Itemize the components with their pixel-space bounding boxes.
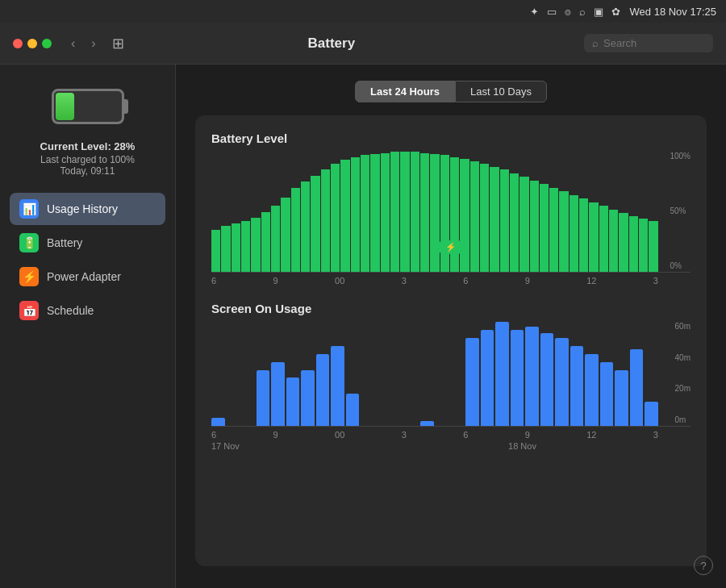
battery-bar (321, 169, 330, 272)
battery-level-chart: 100% 50% 0% ⚡ (211, 152, 691, 273)
battery-time: Today, 09:11 (40, 165, 136, 177)
sidebar: Current Level: 28% Last charged to 100% … (0, 65, 176, 588)
battery-bar (649, 221, 657, 272)
battery-info: Current Level: 28% Last charged to 100% … (40, 140, 136, 177)
battery-bar (460, 159, 469, 272)
battery-bar (470, 161, 479, 272)
battery-bar (211, 230, 220, 272)
usage-bar (301, 370, 315, 426)
battery-icon-menu[interactable]: ▭ (547, 6, 557, 18)
usage-bar (346, 394, 360, 426)
screen-usage-section: Screen On Usage 60m 40m 20m 0m 6 9 00 3 (211, 302, 691, 451)
search-box[interactable]: ⌕ (584, 34, 713, 52)
usage-bar (525, 327, 539, 426)
battery-bar (609, 210, 618, 272)
battery-bar (570, 195, 578, 272)
battery-bar (579, 198, 588, 272)
battery-bar (540, 184, 549, 272)
main-layout: Current Level: 28% Last charged to 100% … (0, 65, 726, 588)
sidebar-item-usage-history[interactable]: 📊 Usage History (10, 193, 165, 225)
grid-icon[interactable]: ⊞ (112, 35, 124, 52)
battery-bar (361, 155, 369, 272)
forward-button[interactable]: › (88, 35, 98, 52)
battery-bar (390, 152, 399, 272)
usage-bar (585, 354, 599, 426)
usage-bar (331, 346, 344, 426)
battery-bar (599, 206, 608, 272)
usage-bar (511, 330, 524, 426)
battery-last-charged: Last charged to 100% (40, 154, 136, 165)
battery-bar (381, 153, 390, 273)
usage-bar (316, 354, 330, 426)
usage-bar (570, 346, 584, 426)
sidebar-item-battery[interactable]: 🔋 Battery (10, 227, 165, 259)
dropbox-icon[interactable]: ✦ (530, 6, 539, 18)
siri-icon[interactable]: ✿ (611, 6, 620, 18)
battery-bar (430, 154, 439, 272)
sidebar-label-usage-history: Usage History (47, 202, 118, 215)
usage-bar (286, 377, 300, 426)
usage-bar (420, 421, 434, 426)
usage-bar (645, 402, 658, 426)
battery-bar (589, 202, 598, 272)
search-icon-menu[interactable]: ⌕ (579, 6, 586, 18)
battery-current-level: Current Level: 28% (40, 140, 136, 152)
battery-bar (549, 188, 558, 272)
battery-bar (440, 155, 449, 272)
back-button[interactable]: ‹ (68, 35, 78, 52)
date-labels: 17 Nov 18 Nov (211, 441, 691, 451)
battery-bar (221, 226, 230, 272)
menubar-time: Wed 18 Nov 17:25 (630, 6, 716, 18)
battery-bar (400, 152, 409, 272)
battery-nav-icon: 🔋 (19, 233, 39, 252)
usage-bar (465, 338, 479, 426)
menubar: ✦ ▭ ⌾ ⌕ ▣ ✿ Wed 18 Nov 17:25 (0, 0, 726, 23)
content-area: Last 24 Hours Last 10 Days Battery Level… (176, 65, 726, 588)
battery-fill (56, 93, 75, 120)
maximize-button[interactable] (42, 39, 52, 48)
battery-bar (420, 153, 429, 273)
usage-bar (481, 330, 494, 426)
battery-bar (241, 221, 250, 272)
battery-bar (291, 188, 300, 272)
titlebar: ‹ › ⊞ Battery ⌕ (0, 23, 726, 65)
battery-bar (411, 152, 419, 272)
y-label-50: 50% (670, 206, 691, 215)
help-button[interactable]: ? (694, 556, 713, 575)
minimize-button[interactable] (27, 39, 37, 48)
usage-bar (615, 370, 628, 426)
battery-bar (559, 191, 568, 272)
usage-bar (540, 333, 554, 426)
screen-usage-chart: 60m 40m 20m 0m (211, 322, 691, 427)
battery-x-labels: 6 9 00 3 6 9 12 3 (211, 276, 691, 286)
battery-icon-container (52, 89, 124, 124)
search-input[interactable] (603, 37, 700, 49)
power-adapter-icon: ⚡ (19, 267, 39, 286)
sidebar-label-schedule: Schedule (47, 304, 94, 317)
sidebar-nav: 📊 Usage History 🔋 Battery ⚡ Power Adapte… (0, 193, 175, 328)
schedule-icon: 📅 (19, 301, 39, 320)
usage-bar (271, 362, 285, 426)
traffic-lights (13, 39, 52, 48)
battery-bar (271, 206, 280, 272)
battery-level-section: Battery Level 100% 50% 0% ⚡ 6 9 00 3 6 9 (211, 131, 691, 286)
screen-icon[interactable]: ▣ (594, 6, 603, 18)
battery-bar (639, 219, 648, 272)
close-button[interactable] (13, 39, 23, 48)
battery-bar (301, 181, 310, 272)
sidebar-item-power-adapter[interactable]: ⚡ Power Adapter (10, 261, 165, 293)
usage-bar (630, 349, 644, 426)
sidebar-item-schedule[interactable]: 📅 Schedule (10, 294, 165, 327)
battery-bar (629, 216, 638, 272)
tab-last-24-hours[interactable]: Last 24 Hours (355, 81, 455, 102)
wifi-icon[interactable]: ⌾ (565, 6, 571, 18)
battery-bar (351, 157, 360, 272)
battery-bar (232, 223, 240, 272)
battery-bar (370, 154, 379, 272)
page-title: Battery (137, 35, 526, 52)
tab-last-10-days[interactable]: Last 10 Days (455, 81, 547, 102)
battery-bar (450, 157, 459, 272)
usage-x-labels: 6 9 00 3 6 9 12 3 (211, 430, 658, 440)
battery-bar (261, 212, 270, 273)
search-icon: ⌕ (592, 37, 599, 49)
